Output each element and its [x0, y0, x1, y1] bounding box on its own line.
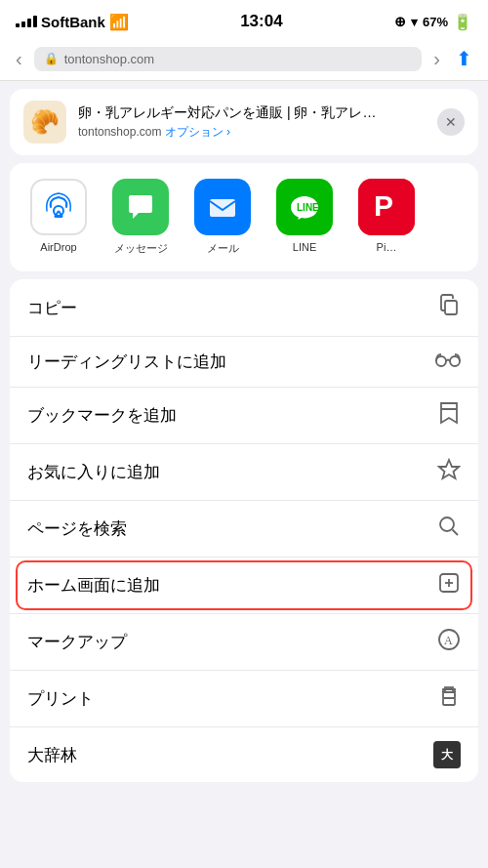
share-sheet: 🥐 卵・乳アレルギー対応パンを通販 | 卵・乳アレ… tontonshop.co… [0, 81, 488, 809]
search-icon [437, 515, 461, 543]
add-square-icon [437, 571, 461, 599]
daijirin-icon: 大 [433, 741, 461, 768]
print-label: プリント [27, 687, 94, 710]
lock-icon: 🔒 [44, 52, 59, 65]
find-label: ページを検索 [27, 517, 127, 540]
carrier-signal: SoftBank 📶 [16, 13, 129, 31]
action-find[interactable]: ページを検索 [10, 501, 478, 558]
action-bookmark[interactable]: ブックマークを追加 [10, 388, 478, 444]
app-row: AirDrop メッセージ メール [10, 163, 478, 271]
options-button[interactable]: オプション › [165, 125, 230, 139]
bottom-spacer [0, 790, 488, 809]
action-print[interactable]: プリント [10, 671, 478, 727]
browser-bar: ‹ 🔒 tontonshop.com › ⬆ [0, 37, 488, 81]
url-bar[interactable]: 🔒 tontonshop.com [34, 47, 423, 71]
action-copy[interactable]: コピー [10, 279, 478, 337]
bookmark-label: ブックマークを追加 [27, 404, 177, 427]
home-screen-label: ホーム画面に追加 [27, 574, 160, 597]
messages-label: メッセージ [114, 241, 168, 256]
action-home-screen[interactable]: ホーム画面に追加 [10, 558, 478, 614]
markup-icon: A [437, 628, 461, 656]
reading-list-label: リーディングリストに追加 [27, 351, 226, 373]
airdrop-icon [30, 179, 87, 235]
status-right: ⊕ ▾ 67% 🔋 [394, 13, 472, 31]
svg-point-10 [450, 356, 460, 366]
book-icon [437, 401, 461, 430]
preview-url: tontonshop.com オプション › [78, 124, 426, 141]
partial-label: Pi… [377, 241, 397, 253]
svg-marker-12 [439, 460, 459, 478]
copy-label: コピー [27, 297, 77, 319]
line-icon: LINE [276, 179, 333, 235]
app-item-partial[interactable]: P Pi… [347, 179, 426, 256]
favorites-label: お気に入りに追加 [27, 461, 160, 483]
signal-icon [16, 16, 37, 27]
svg-point-9 [436, 356, 446, 366]
line-label: LINE [293, 241, 316, 253]
action-markup[interactable]: マークアップ A [10, 614, 478, 671]
share-button[interactable]: ⬆ [452, 43, 476, 74]
app-item-line[interactable]: LINE LINE [265, 179, 344, 256]
svg-rect-8 [445, 301, 457, 314]
carrier-label: SoftBank [41, 14, 105, 30]
clock: 13:04 [240, 12, 282, 31]
close-button[interactable]: ✕ [437, 108, 465, 136]
messages-icon [112, 179, 169, 235]
airdrop-label: AirDrop [40, 241, 76, 253]
mail-icon [194, 179, 251, 235]
print-icon [437, 684, 461, 713]
battery-label: 67% [423, 15, 448, 29]
daijirin-label: 大辞林 [27, 744, 77, 766]
app-item-airdrop[interactable]: AirDrop [20, 179, 98, 256]
star-icon [437, 458, 461, 486]
partial-icon: P [358, 179, 415, 235]
app-item-mail[interactable]: メール [183, 179, 262, 256]
battery-icon: 🔋 [453, 13, 472, 31]
site-favicon: 🥐 [23, 101, 66, 144]
status-bar: SoftBank 📶 13:04 ⊕ ▾ 67% 🔋 [0, 0, 488, 37]
action-favorites[interactable]: お気に入りに追加 [10, 444, 478, 501]
svg-line-14 [453, 530, 459, 536]
app-item-messages[interactable]: メッセージ [102, 179, 180, 256]
svg-text:A: A [444, 634, 453, 647]
mail-label: メール [207, 241, 239, 256]
action-daijirin[interactable]: 大辞林 大 [10, 727, 478, 782]
url-text: tontonshop.com [64, 52, 155, 66]
glasses-icon [435, 351, 461, 373]
action-reading-list[interactable]: リーディングリストに追加 [10, 337, 478, 388]
svg-rect-4 [210, 199, 235, 217]
svg-point-22 [454, 694, 456, 696]
forward-button[interactable]: › [429, 44, 444, 74]
signal-dots: ▾ [411, 15, 418, 29]
location-icon: ⊕ [394, 14, 406, 29]
preview-card: 🥐 卵・乳アレルギー対応パンを通販 | 卵・乳アレ… tontonshop.co… [10, 89, 478, 155]
svg-point-13 [440, 517, 454, 531]
preview-title: 卵・乳アレルギー対応パンを通販 | 卵・乳アレ… [78, 104, 426, 122]
svg-text:LINE: LINE [297, 202, 319, 213]
action-list: コピー リーディングリストに追加 [10, 279, 478, 782]
preview-text-area: 卵・乳アレルギー対応パンを通販 | 卵・乳アレ… tontonshop.com … [78, 104, 426, 141]
back-button[interactable]: ‹ [12, 44, 26, 74]
svg-rect-20 [443, 698, 455, 705]
copy-icon [437, 293, 461, 322]
markup-label: マークアップ [27, 631, 127, 653]
wifi-icon: 📶 [109, 13, 129, 31]
svg-text:P: P [374, 189, 393, 222]
